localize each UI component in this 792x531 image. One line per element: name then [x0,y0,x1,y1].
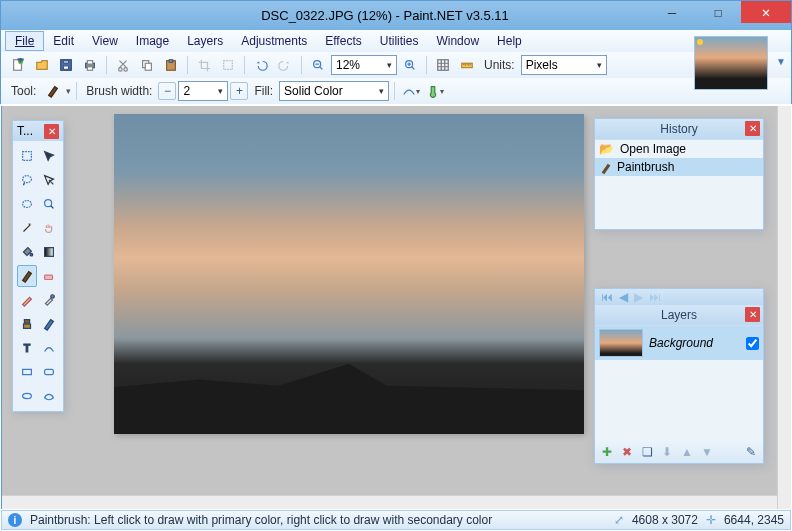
antialias-button[interactable]: ▾ [400,80,422,102]
menu-layers[interactable]: Layers [178,32,232,50]
svg-rect-26 [45,275,53,279]
vertical-scrollbar[interactable] [777,106,791,509]
history-ffwd-icon[interactable]: ⏭ [649,290,661,304]
ruler-button[interactable] [456,54,478,76]
menu-image[interactable]: Image [127,32,178,50]
ellipse-shape-tool[interactable] [17,385,37,407]
close-button[interactable]: ✕ [741,1,791,23]
layer-properties-button[interactable]: ✎ [743,444,759,460]
grid-button[interactable] [432,54,454,76]
canvas-image[interactable] [114,114,584,434]
brushwidth-increase-button[interactable]: + [230,82,248,100]
menu-help[interactable]: Help [488,32,531,50]
redo-button[interactable] [274,54,296,76]
menu-adjustments[interactable]: Adjustments [232,32,316,50]
layer-row[interactable]: Background [595,326,763,360]
blend-mode-button[interactable]: ▾ [424,80,446,102]
paintbrush-tool[interactable] [17,265,37,287]
print-button[interactable] [79,54,101,76]
eraser-tool[interactable] [39,265,59,287]
cut-button[interactable] [112,54,134,76]
menu-view[interactable]: View [83,32,127,50]
svg-point-27 [51,295,55,299]
history-fwd-icon[interactable]: ▶ [634,290,643,304]
zoom-combo[interactable]: 12%▾ [331,55,397,75]
menu-file[interactable]: File [5,31,44,51]
zoom-out-button[interactable] [307,54,329,76]
clone-stamp-tool[interactable] [17,313,37,335]
resize-grip-icon[interactable]: ⤢ [614,513,624,527]
history-back-icon[interactable]: ◀ [619,290,628,304]
layers-panel-close-button[interactable]: ✕ [745,307,760,322]
delete-layer-button[interactable]: ✖ [619,444,635,460]
lasso-select-tool[interactable] [17,169,37,191]
tools-window-close-button[interactable]: ✕ [44,124,59,139]
layers-toolbar: ✚ ✖ ❏ ⬇ ▲ ▼ ✎ [595,441,763,463]
svg-rect-25 [45,248,54,257]
history-rewind-icon[interactable]: ⏮ [601,290,613,304]
merge-layer-button[interactable]: ⬇ [659,444,675,460]
svg-point-21 [23,176,32,183]
rounded-rectangle-tool[interactable] [39,361,59,383]
tools-window-title[interactable]: T... ✕ [13,121,63,141]
current-tool-icon[interactable] [42,80,64,102]
pan-tool[interactable] [39,217,59,239]
cursor-icon: ✛ [706,513,716,527]
move-selected-pixels-tool[interactable] [39,169,59,191]
brushwidth-combo[interactable]: 2▾ [178,81,228,101]
layer-visible-checkbox[interactable] [746,337,759,350]
add-layer-button[interactable]: ✚ [599,444,615,460]
copy-button[interactable] [136,54,158,76]
brushwidth-label: Brush width: [82,84,156,98]
open-file-button[interactable] [31,54,53,76]
color-picker-tool[interactable] [39,289,59,311]
new-file-button[interactable]: + [7,54,29,76]
minimize-button[interactable]: — [649,1,695,23]
menu-window[interactable]: Window [427,32,488,50]
tools-window: T... ✕ T [12,120,64,412]
folder-icon: 📂 [599,142,614,156]
menu-edit[interactable]: Edit [44,32,83,50]
layers-panel-title[interactable]: Layers ✕ [595,305,763,325]
fill-label: Fill: [250,84,277,98]
zoom-in-button[interactable] [399,54,421,76]
paste-button[interactable] [160,54,182,76]
svg-rect-4 [63,66,68,70]
line-tool[interactable] [39,337,59,359]
svg-rect-31 [23,369,32,374]
preview-collapse-icon[interactable]: ▼ [776,56,786,67]
move-selection-tool[interactable] [39,145,59,167]
gradient-tool[interactable] [39,241,59,263]
rectangle-shape-tool[interactable] [17,361,37,383]
brushwidth-decrease-button[interactable]: − [158,82,176,100]
duplicate-layer-button[interactable]: ❏ [639,444,655,460]
layer-down-button[interactable]: ▼ [699,444,715,460]
text-tool[interactable]: T [17,337,37,359]
svg-rect-8 [87,67,92,71]
paint-bucket-tool[interactable] [17,241,37,263]
recolor-tool[interactable] [39,313,59,335]
layer-up-button[interactable]: ▲ [679,444,695,460]
horizontal-scrollbar[interactable] [2,495,790,509]
deselect-button[interactable] [217,54,239,76]
history-item[interactable]: 📂 Open Image [595,140,763,158]
magic-wand-tool[interactable] [17,217,37,239]
crop-button[interactable] [193,54,215,76]
maximize-button[interactable]: ☐ [695,1,741,23]
document-preview-thumb[interactable] [694,36,768,90]
history-panel-title[interactable]: History ✕ [595,119,763,139]
layers-nav-bar: ⏮ ◀ ▶ ⏭ [595,289,763,305]
menu-effects[interactable]: Effects [316,32,370,50]
ellipse-select-tool[interactable] [17,193,37,215]
rectangle-select-tool[interactable] [17,145,37,167]
pencil-tool[interactable] [17,289,37,311]
undo-button[interactable] [250,54,272,76]
zoom-tool[interactable] [39,193,59,215]
fill-combo[interactable]: Solid Color▾ [279,81,389,101]
save-button[interactable] [55,54,77,76]
history-panel-close-button[interactable]: ✕ [745,121,760,136]
freeform-shape-tool[interactable] [39,385,59,407]
units-combo[interactable]: Pixels▾ [521,55,607,75]
menu-utilities[interactable]: Utilities [371,32,428,50]
history-item[interactable]: Paintbrush [595,158,763,176]
